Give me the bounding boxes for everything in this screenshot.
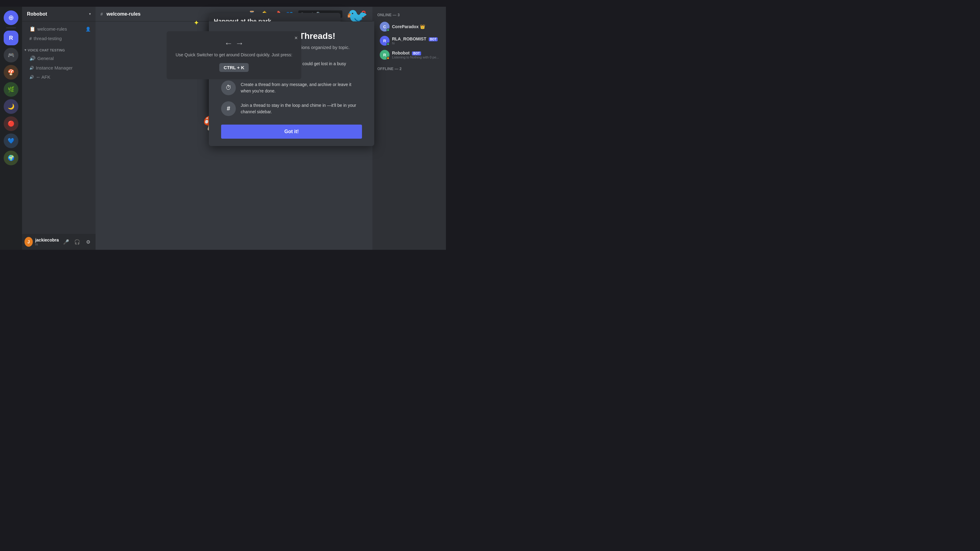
member-bot-badge-robobot: BOT — [412, 51, 421, 56]
channel-item-general[interactable]: 🔊 General — [24, 54, 93, 63]
member-avatar-robobot: R — [380, 50, 390, 60]
status-dot-coreparadox — [387, 29, 390, 32]
member-status-rla: hi — [392, 41, 438, 45]
member-name-robobot: Robobot BOT — [392, 51, 439, 56]
channel-name-thread-testing: thread-testing — [34, 36, 62, 41]
member-avatar-rla: R — [380, 36, 390, 46]
member-item-rla[interactable]: R RLA_ROBOMIST BOT hi — [375, 34, 444, 48]
member-name-text-coreparadox: CoreParadox — [392, 24, 418, 29]
channel-add-member-icon[interactable]: 👤 — [86, 27, 91, 32]
topbar-channel-name: welcome-rules — [107, 11, 140, 17]
server-icon-robobot[interactable]: R — [4, 30, 18, 45]
quick-switcher-arrows: ← → — [174, 38, 294, 48]
threads-feature-3: # Join a thread to stay in the loop and … — [221, 101, 362, 116]
user-name: jackiecobra — [35, 238, 59, 243]
channel-rules-icon: 📋 — [29, 26, 35, 32]
quick-switcher-panel: × ← → Use Quick Switcher to get around D… — [167, 31, 301, 79]
right-sidebar: ONLINE — 3 C CoreParadox 👑 R RLA — [372, 7, 446, 250]
channel-sidebar: Robobot ▾ 📋 welcome-rules 👤 # thread-tes… — [22, 7, 95, 250]
threads-feature-2: ⏱ Create a thread from any message, and … — [221, 81, 362, 95]
arrow-left-icon: ← — [224, 38, 233, 48]
channel-name-general: General — [37, 56, 54, 61]
channel-name-afk: ↔ AFK — [36, 75, 51, 79]
keyboard-shortcut-display: CTRL + K — [219, 63, 249, 72]
status-dot-robobot — [387, 57, 390, 60]
server-icon-6[interactable]: 🔴 — [4, 116, 18, 131]
user-status: hi — [35, 243, 59, 246]
mute-button[interactable]: 🎤 — [61, 237, 71, 247]
member-info-robobot: Robobot BOT Listening to Nothing with 0 … — [392, 51, 439, 59]
feature-icon-clock: ⏱ — [221, 81, 236, 95]
category-voice-chat-testing[interactable]: ▾ VOICE CHAT TESTING — [22, 43, 95, 53]
member-bot-badge-rla: BOT — [429, 37, 438, 41]
server-icon-3[interactable]: 🍄 — [4, 65, 18, 79]
server-divider — [6, 27, 16, 28]
main-content: # welcome-rules 🧵 🔔 📌 👥 Search 🔍 📥 ❓ Cha… — [95, 7, 372, 250]
member-name-coreparadox: CoreParadox 👑 — [392, 24, 425, 29]
got-it-button[interactable]: Got it! — [221, 125, 362, 139]
online-header: ONLINE — 3 — [372, 10, 446, 20]
status-dot-rla — [387, 43, 390, 46]
channel-text-icon: # — [29, 36, 32, 41]
user-controls: 🎤 🎧 ⚙ — [61, 237, 93, 247]
member-item-robobot[interactable]: R Robobot BOT Listening to Nothing with … — [375, 48, 444, 62]
member-crown-badge: 👑 — [420, 24, 425, 29]
category-name-voice-chat-testing: VOICE CHAT TESTING — [27, 48, 65, 52]
server-icon-5[interactable]: 🌙 — [4, 99, 18, 114]
member-avatar-coreparadox: C — [380, 22, 390, 32]
app-container: ⊕ R 🎮 🍄 🌿 🌙 🔴 💙 🌍 Robobot ▾ 📋 welcome-ru… — [0, 7, 446, 250]
server-icon-7[interactable]: 💙 — [4, 133, 18, 148]
channel-item-afk[interactable]: 🔊 ↔ AFK — [24, 73, 93, 81]
voice-icon-afk: 🔊 — [29, 75, 34, 79]
server-list: ⊕ R 🎮 🍄 🌿 🌙 🔴 💙 🌍 — [0, 7, 22, 250]
channel-name-welcome-rules: welcome-rules — [37, 26, 67, 32]
voice-icon-general: 🔊 — [29, 56, 35, 61]
user-panel: J jackiecobra hi 🎤 🎧 ⚙ — [22, 234, 95, 250]
decorative-sparkle: ✦ — [194, 19, 199, 27]
channel-item-welcome-rules[interactable]: 📋 welcome-rules 👤 — [24, 24, 93, 34]
feature-icon-hash: # — [221, 101, 236, 116]
server-name-left: Robobot — [27, 11, 47, 17]
arrow-right-icon: → — [235, 38, 244, 48]
channel-name-instance-manager: Instance Manager — [36, 65, 73, 70]
member-name-text-robobot: Robobot — [392, 51, 410, 56]
server-icon-2[interactable]: 🎮 — [4, 48, 18, 62]
feature-text-3: Join a thread to stay in the loop and ch… — [241, 102, 362, 115]
server-icon-8[interactable]: 🌍 — [4, 151, 18, 165]
feature-text-2: Create a thread from any message, and ar… — [241, 81, 362, 94]
server-name-label: Robobot — [27, 11, 47, 17]
member-status-robobot: Listening to Nothing with 0 pe... — [392, 56, 439, 59]
voice-icon-instance-manager: 🔊 — [29, 66, 34, 70]
quick-switcher-close-button[interactable]: × — [294, 35, 298, 41]
topbar-channel-hash: # — [100, 12, 103, 16]
user-info: jackiecobra hi — [35, 238, 59, 246]
member-info-coreparadox: CoreParadox 👑 — [392, 24, 425, 29]
deafen-button[interactable]: 🎧 — [72, 237, 82, 247]
member-name-text-rla: RLA_ROBOMIST — [392, 37, 426, 41]
user-avatar: J — [24, 237, 33, 247]
member-info-rla: RLA_ROBOMIST BOT hi — [392, 37, 438, 45]
channel-item-instance-manager[interactable]: 🔊 Instance Manager — [24, 64, 93, 72]
server-icon-4[interactable]: 🌿 — [4, 82, 18, 97]
channel-item-thread-testing[interactable]: # thread-testing — [24, 34, 93, 43]
server-dropdown-arrow[interactable]: ▾ — [89, 12, 91, 16]
discord-home-button[interactable]: ⊕ — [4, 10, 18, 25]
category-arrow: ▾ — [24, 48, 26, 52]
member-name-rla: RLA_ROBOMIST BOT — [392, 37, 438, 41]
settings-button[interactable]: ⚙ — [83, 237, 93, 247]
offline-header: OFFLINE — 2 — [372, 62, 446, 73]
member-item-coreparadox[interactable]: C CoreParadox 👑 — [375, 20, 444, 33]
server-name-header[interactable]: Robobot ▾ — [22, 7, 95, 21]
quick-switcher-description: Use Quick Switcher to get around Discord… — [174, 52, 294, 58]
channel-list: 📋 welcome-rules 👤 # thread-testing ▾ VOI… — [22, 21, 95, 234]
